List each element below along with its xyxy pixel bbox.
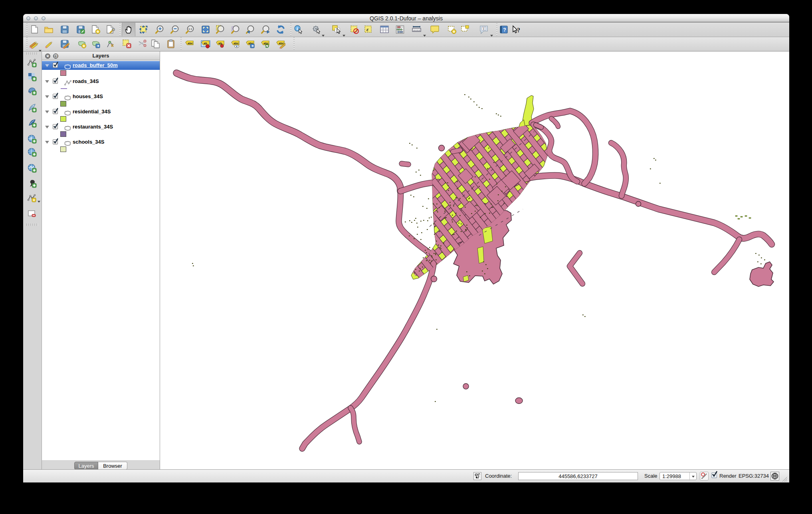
svg-text:abc: abc [234, 42, 239, 45]
svg-text:T: T [483, 27, 485, 31]
svg-text:?: ? [517, 27, 520, 34]
svg-text:?: ? [503, 27, 506, 33]
svg-text:IT: IT [30, 137, 32, 140]
svg-text:1:1: 1:1 [188, 28, 192, 30]
svg-text:abc: abc [279, 42, 284, 45]
svg-text:i: i [297, 26, 298, 31]
svg-text:ε: ε [366, 26, 369, 32]
svg-text:abc: abc [188, 42, 193, 45]
svg-text:ab: ab [204, 42, 207, 45]
